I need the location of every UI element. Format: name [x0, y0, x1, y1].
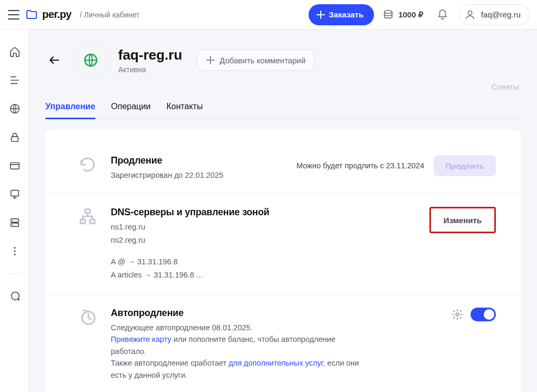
tab-contacts[interactable]: Контакты [166, 102, 203, 119]
link-additional-services[interactable]: для дополнительных услуг [228, 359, 323, 367]
arrow-left-icon [48, 54, 61, 66]
breadcrumb: / Личный кабинет [80, 11, 139, 19]
svg-point-0 [385, 10, 392, 13]
top-header: рег.ру / Личный кабинет Заказать 1000 ₽ … [0, 0, 537, 30]
domain-icon [74, 43, 108, 77]
order-button[interactable]: Заказать [309, 4, 374, 25]
svg-point-8 [12, 220, 13, 221]
svg-point-10 [14, 247, 15, 248]
sidebar-item-globe[interactable] [8, 102, 21, 115]
renewal-sub: Зарегистрирован до 22.01.2025 [111, 169, 284, 181]
svg-point-1 [468, 11, 472, 14]
svg-rect-5 [11, 190, 18, 196]
svg-point-11 [14, 250, 15, 252]
autorenew-line1: Следующее автопродление 08.01.2025. [111, 323, 253, 332]
sidebar-item-billing[interactable] [8, 159, 21, 172]
chat-icon [9, 290, 21, 302]
sitemap-icon [78, 207, 97, 226]
tabs: Управление Операции Контакты [45, 94, 521, 119]
dns-ns1: ns1.reg.ru [111, 221, 372, 233]
renewal-title: Продление [111, 155, 284, 166]
tips-link[interactable]: Советы [45, 82, 521, 91]
logo-text: рег.ру [42, 8, 71, 21]
dns-ns2: ns2.reg.ru [111, 234, 372, 246]
globe-icon [9, 103, 21, 114]
globe-icon [83, 52, 99, 68]
change-dns-button[interactable]: Изменить [429, 207, 496, 233]
hamburger-menu-button[interactable] [7, 8, 20, 21]
sidebar-item-more[interactable] [8, 245, 21, 257]
user-icon [464, 9, 476, 21]
more-vertical-icon [9, 245, 21, 257]
tab-operations[interactable]: Операции [111, 102, 151, 119]
renewal-note: Можно будет продлить с 23.11.2024 [296, 161, 424, 170]
add-comment-button[interactable]: Добавить комментарий [197, 50, 314, 71]
dns-title: DNS-серверы и управление зоной [111, 207, 372, 218]
svg-point-18 [456, 313, 459, 316]
svg-rect-16 [90, 219, 95, 224]
page-title: faq-reg.ru [118, 47, 182, 63]
back-button[interactable] [45, 51, 63, 69]
autorenew-line3a: Также автопродление сработает [111, 359, 228, 367]
svg-rect-15 [81, 219, 85, 224]
dns-record: A @ → 31.31.196.8 [111, 255, 372, 269]
sidebar-item-security[interactable] [8, 131, 21, 144]
sidebar [0, 30, 30, 392]
order-button-label: Заказать [329, 10, 363, 19]
section-renewal: Продление Зарегистрирован до 22.01.2025 … [45, 142, 521, 194]
card-icon [9, 160, 21, 171]
svg-rect-6 [11, 219, 18, 222]
balance-display[interactable]: 1000 ₽ [379, 9, 427, 21]
status-badge: Активна [118, 65, 182, 74]
list-icon [9, 74, 21, 86]
svg-rect-7 [11, 223, 18, 226]
add-comment-label: Добавить комментарий [219, 56, 305, 65]
clock-wing-icon [78, 308, 97, 327]
svg-rect-4 [10, 163, 19, 169]
gear-icon [452, 309, 463, 320]
section-dns: DNS-серверы и управление зоной ns1.reg.r… [45, 194, 521, 294]
link-bind-card[interactable]: Привяжите карту [111, 335, 171, 343]
svg-rect-3 [11, 137, 18, 141]
lock-icon [9, 131, 21, 143]
sidebar-item-server[interactable] [8, 188, 21, 200]
plus-icon [316, 10, 325, 20]
user-email: faq@reg.ru [481, 10, 521, 19]
refresh-clock-icon [78, 155, 97, 174]
bell-icon [437, 9, 448, 21]
user-account-button[interactable]: faq@reg.ru [458, 4, 530, 25]
autorenew-toggle[interactable] [471, 308, 496, 321]
tab-manage[interactable]: Управление [45, 102, 95, 119]
server-icon [9, 188, 21, 200]
svg-point-9 [12, 224, 13, 225]
logo[interactable]: рег.ру [25, 8, 71, 21]
sidebar-item-list[interactable] [8, 74, 21, 87]
dns-record: A articles → 31.31.196.8 ... [111, 269, 372, 282]
home-icon [9, 46, 21, 58]
notifications-button[interactable] [432, 4, 453, 25]
toggle-knob [484, 309, 494, 320]
svg-rect-14 [85, 209, 90, 214]
svg-point-12 [14, 254, 15, 255]
autorenew-title: Автопродление [111, 308, 372, 319]
main-content: faq-reg.ru Активна Добавить комментарий … [30, 30, 537, 392]
management-card: Продление Зарегистрирован до 22.01.2025 … [45, 130, 521, 392]
sidebar-item-chat[interactable] [8, 290, 21, 302]
autorenew-settings-button[interactable] [452, 309, 463, 320]
sidebar-item-home[interactable] [8, 45, 21, 58]
renew-button: Продлить [434, 155, 496, 176]
section-autorenew: Автопродление Следующее автопродление 08… [45, 294, 521, 392]
balance-value: 1000 ₽ [398, 10, 424, 20]
sidebar-item-storage[interactable] [8, 216, 21, 229]
plus-icon [206, 55, 215, 65]
folder-icon [25, 8, 38, 21]
storage-icon [9, 217, 21, 228]
coins-icon [382, 9, 394, 21]
